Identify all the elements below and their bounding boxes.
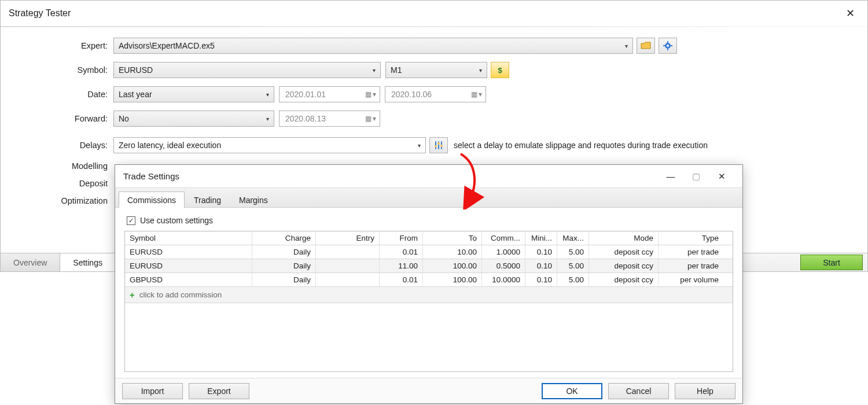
dialog-footer: Import Export OK Cancel Help [115, 378, 742, 403]
calendar-icon: ▦ [365, 90, 372, 98]
use-custom-checkbox[interactable]: ✓ Use custom settings [127, 216, 733, 225]
table-row[interactable]: EURUSD Daily 11.00 100.00 0.5000 0.10 5.… [125, 259, 733, 273]
close-icon[interactable]: ✕ [841, 7, 859, 20]
open-folder-button[interactable] [637, 38, 655, 54]
deposit-label: Deposit [1, 179, 113, 188]
symbol-value: EURUSD [119, 65, 153, 75]
dialog-title: Trade Settings [123, 171, 658, 181]
commissions-grid: Symbol Charge Entry From To Comm... Mini… [124, 231, 733, 372]
expert-settings-button[interactable] [659, 38, 677, 54]
tab-settings[interactable]: Settings [60, 253, 116, 271]
chevron-down-icon: ▾ [373, 115, 376, 123]
add-commission-row[interactable]: + click to add commission [125, 287, 733, 303]
timeframe-value: M1 [391, 65, 402, 75]
help-button[interactable]: Help [675, 383, 735, 399]
calendar-icon: ▦ [471, 90, 477, 98]
dialog-titlebar: Trade Settings — ▢ ✕ [115, 165, 742, 188]
col-entry[interactable]: Entry [316, 231, 380, 245]
chevron-down-icon: ▾ [625, 43, 628, 49]
window-title: Strategy Tester [9, 8, 841, 19]
forward-value: No [119, 114, 129, 123]
ok-button[interactable]: OK [542, 383, 602, 399]
calendar-icon: ▦ [365, 115, 372, 123]
expert-value: Advisors\ExpertMACD.ex5 [119, 41, 215, 50]
col-from[interactable]: From [380, 231, 423, 245]
svg-point-10 [437, 142, 440, 145]
symbol-label: Symbol: [1, 65, 113, 75]
forward-date-input[interactable]: 2020.08.13 ▦▾ [279, 111, 380, 127]
delays-settings-button[interactable] [429, 137, 448, 153]
expert-label: Expert: [1, 41, 113, 50]
import-button[interactable]: Import [122, 383, 183, 399]
tab-trading[interactable]: Trading [185, 192, 230, 208]
symbol-info-button[interactable]: $ [491, 62, 509, 78]
chevron-down-icon: ▾ [266, 91, 269, 98]
delays-value: Zero latency, ideal execution [119, 141, 221, 150]
chevron-down-icon: ▾ [373, 90, 376, 98]
tab-margins[interactable]: Margins [230, 192, 277, 208]
check-icon: ✓ [127, 216, 135, 225]
col-comm[interactable]: Comm... [482, 231, 525, 245]
plus-icon: + [130, 290, 135, 300]
col-max[interactable]: Max... [557, 231, 589, 245]
timeframe-select[interactable]: M1 ▾ [385, 62, 487, 78]
date-from-input[interactable]: 2020.01.01 ▦▾ [279, 86, 380, 102]
table-row[interactable]: GBPUSD Daily 0.01 100.00 10.0000 0.10 5.… [125, 273, 733, 287]
forward-select[interactable]: No ▾ [113, 111, 274, 127]
svg-point-1 [667, 45, 669, 47]
main-titlebar: Strategy Tester ✕ [1, 1, 867, 26]
tab-overview[interactable]: Overview [1, 253, 60, 271]
col-symbol[interactable]: Symbol [125, 231, 252, 245]
delays-label: Delays: [1, 141, 113, 150]
start-button[interactable]: Start [800, 255, 863, 270]
svg-point-9 [435, 145, 437, 148]
expert-select[interactable]: Advisors\ExpertMACD.ex5 ▾ [113, 38, 633, 54]
close-icon[interactable]: ✕ [709, 171, 734, 182]
modelling-label: Modelling [1, 161, 113, 171]
date-from-value: 2020.01.01 [285, 90, 326, 99]
chevron-down-icon: ▾ [418, 142, 421, 149]
dollar-icon: $ [498, 66, 502, 75]
use-custom-label: Use custom settings [140, 216, 213, 225]
delays-hint: select a delay to emulate slippage and r… [454, 141, 708, 150]
trade-settings-dialog: Trade Settings — ▢ ✕ Commissions Trading… [115, 164, 743, 404]
table-row[interactable]: EURUSD Daily 0.01 10.00 1.0000 0.10 5.00… [125, 245, 733, 259]
symbol-select[interactable]: EURUSD ▾ [113, 62, 381, 78]
dialog-tabbar: Commissions Trading Margins [115, 188, 742, 208]
grid-empty-space [125, 303, 733, 371]
date-preset-select[interactable]: Last year ▾ [113, 86, 274, 102]
col-mode[interactable]: Mode [589, 231, 659, 245]
date-to-input[interactable]: 2020.10.06 ▦▾ [385, 86, 486, 102]
chevron-down-icon: ▾ [479, 90, 482, 98]
tab-commissions[interactable]: Commissions [119, 192, 185, 208]
export-button[interactable]: Export [189, 383, 249, 399]
svg-point-11 [440, 145, 443, 147]
minimize-icon[interactable]: — [658, 171, 683, 181]
grid-header: Symbol Charge Entry From To Comm... Mini… [125, 231, 733, 245]
date-to-value: 2020.10.06 [391, 90, 432, 99]
col-type[interactable]: Type [659, 231, 723, 245]
maximize-icon[interactable]: ▢ [683, 171, 709, 182]
date-label: Date: [1, 90, 113, 99]
dialog-body: ✓ Use custom settings Symbol Charge Entr… [115, 208, 742, 378]
date-preset-value: Last year [119, 90, 152, 99]
chevron-down-icon: ▾ [373, 67, 376, 73]
optimization-label: Optimization [1, 196, 113, 205]
forward-date-value: 2020.08.13 [285, 114, 326, 123]
forward-label: Forward: [1, 114, 113, 123]
delays-select[interactable]: Zero latency, ideal execution ▾ [113, 137, 426, 153]
col-min[interactable]: Mini... [525, 231, 557, 245]
col-to[interactable]: To [423, 231, 482, 245]
cancel-button[interactable]: Cancel [608, 383, 669, 399]
chevron-down-icon: ▾ [266, 116, 269, 122]
chevron-down-icon: ▾ [479, 67, 482, 73]
col-charge[interactable]: Charge [252, 231, 316, 245]
add-commission-label: click to add commission [139, 290, 222, 299]
